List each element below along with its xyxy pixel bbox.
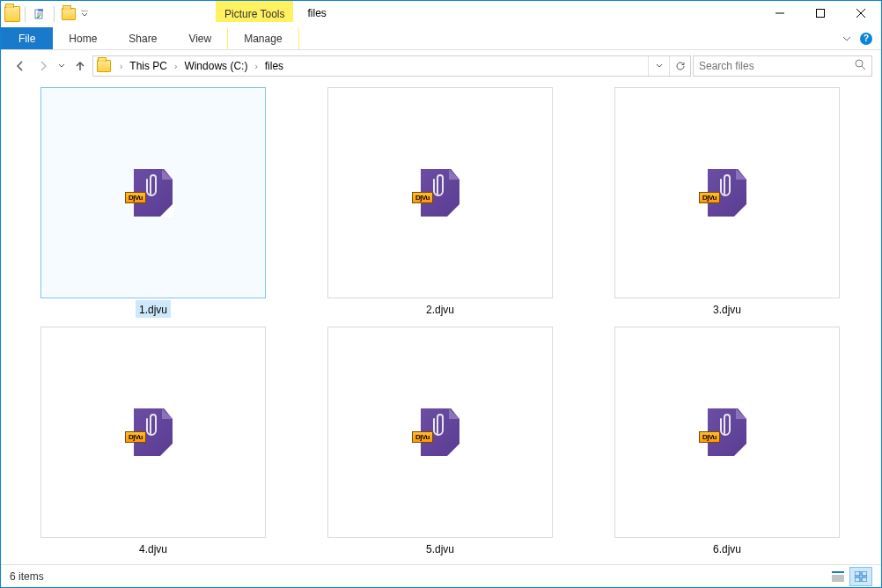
forward-button[interactable] [33, 55, 54, 77]
window-controls [760, 1, 881, 27]
refresh-button[interactable] [669, 56, 690, 76]
svg-point-3 [856, 60, 863, 67]
ribbon-context-tab-label: Picture Tools [216, 1, 293, 22]
close-button[interactable] [841, 1, 881, 26]
file-name: 3.djvu [713, 304, 741, 316]
separator [25, 6, 26, 22]
navigation-bar: › This PC › Windows (C:) › files [1, 50, 881, 82]
minimize-button[interactable] [760, 1, 800, 26]
djvu-file-icon: DjVu [708, 408, 746, 456]
chevron-right-icon[interactable]: › [253, 62, 259, 71]
title-bar: Picture Tools files [1, 1, 881, 27]
up-button[interactable] [70, 55, 91, 77]
separator [54, 6, 55, 22]
breadcrumb[interactable]: files [261, 56, 287, 76]
tab-file[interactable]: File [1, 27, 53, 49]
file-name: 1.djvu [139, 304, 167, 316]
search-box[interactable] [693, 55, 872, 77]
djvu-file-icon: DjVu [134, 408, 173, 456]
back-button[interactable] [10, 55, 31, 77]
file-tile[interactable]: DjVu 6.djvu [584, 325, 871, 564]
file-name: 4.djvu [139, 543, 167, 555]
djvu-badge: DjVu [412, 192, 433, 203]
file-thumbnail: DjVu [614, 87, 840, 298]
djvu-badge: DjVu [412, 431, 433, 443]
file-tile[interactable]: DjVu 1.djvu [10, 85, 297, 325]
djvu-file-icon: DjVu [421, 169, 459, 217]
svg-rect-8 [862, 577, 867, 582]
djvu-file-icon: DjVu [708, 169, 746, 217]
file-tile[interactable]: DjVu 2.djvu [297, 85, 584, 325]
search-input[interactable] [699, 60, 855, 72]
file-tile[interactable]: DjVu 5.djvu [297, 325, 584, 564]
file-tile[interactable]: DjVu 3.djvu [584, 85, 871, 325]
qat-customize-button[interactable] [78, 4, 91, 24]
svg-rect-7 [855, 577, 860, 582]
svg-rect-4 [832, 571, 844, 573]
quick-access-toolbar [1, 1, 91, 27]
chevron-right-icon[interactable]: › [118, 62, 124, 71]
tab-share[interactable]: Share [113, 27, 173, 49]
file-thumbnail: DjVu [614, 327, 840, 538]
folder-icon [97, 60, 111, 72]
breadcrumb[interactable]: This PC [126, 56, 171, 76]
djvu-badge: DjVu [125, 192, 146, 203]
file-thumbnail: DjVu [327, 87, 553, 298]
search-icon[interactable] [855, 59, 866, 73]
djvu-file-icon: DjVu [421, 408, 459, 456]
address-bar[interactable]: › This PC › Windows (C:) › files [92, 55, 691, 77]
tab-home[interactable]: Home [53, 27, 113, 49]
file-tile[interactable]: DjVu 4.djvu [10, 325, 297, 564]
djvu-file-icon: DjVu [134, 169, 173, 217]
maximize-button[interactable] [800, 1, 841, 26]
tab-view[interactable]: View [173, 27, 227, 49]
ribbon-tabs: File Home Share View Manage ? [1, 27, 881, 50]
item-count: 6 items [10, 570, 44, 583]
svg-rect-5 [855, 571, 860, 576]
svg-rect-6 [862, 571, 867, 576]
file-name: 5.djvu [426, 543, 454, 555]
app-icon [4, 6, 20, 22]
breadcrumb[interactable]: Windows (C:) [180, 56, 251, 76]
djvu-badge: DjVu [699, 192, 720, 203]
file-name: 2.djvu [426, 304, 454, 316]
file-thumbnail: DjVu [40, 327, 266, 538]
tab-manage[interactable]: Manage [227, 27, 298, 49]
window-title: files [293, 1, 760, 27]
file-thumbnail: DjVu [40, 87, 266, 298]
qat-properties-button[interactable] [30, 4, 49, 24]
qat-new-folder-button[interactable] [59, 4, 78, 24]
djvu-badge: DjVu [125, 431, 146, 443]
svg-rect-2 [817, 10, 825, 18]
file-name: 6.djvu [713, 543, 741, 555]
help-button[interactable]: ? [860, 33, 872, 45]
svg-rect-1 [38, 9, 43, 11]
file-thumbnail: DjVu [327, 327, 553, 538]
status-bar: 6 items [1, 564, 881, 587]
details-view-button[interactable] [827, 567, 849, 586]
chevron-right-icon[interactable]: › [173, 62, 179, 71]
previous-locations-button[interactable] [648, 56, 669, 76]
expand-ribbon-button[interactable] [842, 31, 851, 47]
thumbnails-view-button[interactable] [849, 567, 872, 586]
djvu-badge: DjVu [699, 431, 720, 443]
recent-locations-button[interactable] [55, 55, 68, 77]
file-pane[interactable]: DjVu 1.djvu DjVu 2.djvu DjVu [1, 82, 881, 564]
